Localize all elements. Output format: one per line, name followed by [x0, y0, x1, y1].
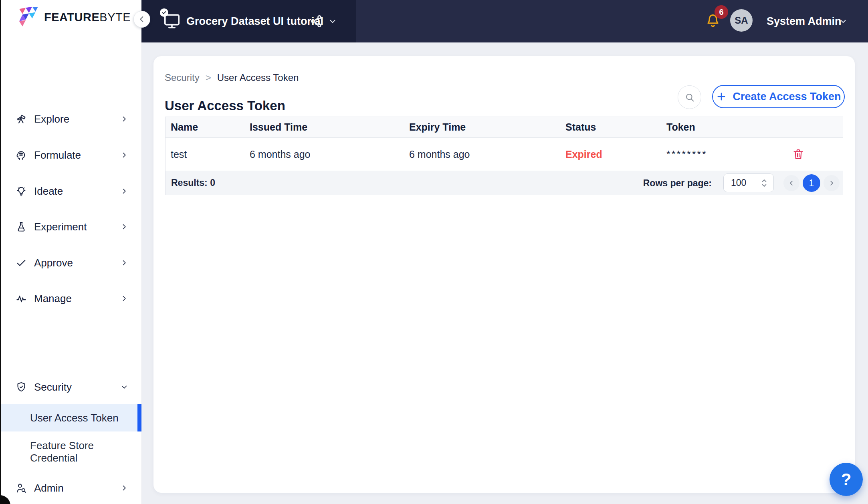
- flask-icon: [15, 221, 27, 233]
- sidebar-item-security[interactable]: Security: [0, 373, 141, 401]
- sidebar-subitem-label: User Access Token: [30, 412, 119, 424]
- mind-gear-icon: [15, 149, 27, 161]
- lightbulb-icon: [15, 185, 27, 197]
- app-root: FEATUREBYTE Explore: [0, 0, 868, 504]
- check-icon: [15, 257, 27, 269]
- sidebar-item-label: Ideate: [34, 185, 63, 198]
- featurebyte-logo[interactable]: FEATUREBYTE: [18, 7, 131, 27]
- rows-per-page-select[interactable]: 100: [723, 173, 774, 192]
- search-button[interactable]: [678, 85, 701, 109]
- notification-count-badge: 6: [715, 5, 728, 19]
- chevron-right-icon: [828, 179, 835, 187]
- column-header-issued-time: Issued Time: [250, 121, 409, 133]
- plus-icon: [716, 91, 727, 102]
- sidebar-item-label: Security: [34, 381, 72, 393]
- chevron-right-icon: [120, 151, 128, 159]
- main-content-card: Security > User Access Token User Access…: [153, 56, 855, 493]
- sidebar-item-experiment[interactable]: Experiment: [0, 209, 141, 245]
- cell-issued-time: 6 months ago: [250, 149, 409, 160]
- select-spinner-icon: [759, 177, 769, 189]
- sidebar-item-label: Explore: [34, 113, 69, 125]
- active-indicator-bar: [137, 404, 141, 431]
- delete-token-button[interactable]: [792, 147, 805, 161]
- column-header-token: Token: [666, 121, 778, 133]
- featurebyte-logo-text: FEATUREBYTE: [44, 11, 131, 24]
- sidebar-item-explore[interactable]: Explore: [0, 101, 141, 137]
- telescope-icon: [15, 113, 27, 125]
- project-selector[interactable]: Grocery Dataset UI tutorial: [141, 0, 356, 42]
- chevron-down-icon[interactable]: [839, 17, 848, 26]
- results-count: Results: 0: [166, 177, 215, 188]
- chevron-left-icon: [137, 15, 146, 24]
- chevron-down-icon[interactable]: [328, 17, 337, 26]
- chevron-right-icon: [120, 187, 128, 195]
- pagination-current-page[interactable]: 1: [803, 174, 820, 192]
- breadcrumb-parent[interactable]: Security: [165, 72, 200, 83]
- cell-name: test: [166, 149, 250, 160]
- user-search-icon: [15, 482, 27, 494]
- chevron-down-icon: [120, 383, 128, 391]
- chevron-left-icon: [788, 179, 795, 187]
- pagination-next-button[interactable]: [824, 175, 840, 191]
- share-icon[interactable]: [309, 14, 323, 28]
- screen-edge-artifact: [0, 0, 1, 504]
- breadcrumb: Security > User Access Token: [165, 72, 299, 83]
- sidebar-subitem-feature-store-credential[interactable]: Feature Store Credential: [0, 435, 141, 469]
- sidebar-item-label: Admin: [34, 482, 64, 494]
- sidebar-item-ideate[interactable]: Ideate: [0, 173, 141, 209]
- help-button[interactable]: ?: [830, 463, 863, 496]
- chevron-right-icon: [120, 259, 128, 267]
- sidebar-item-label: Manage: [34, 292, 72, 305]
- status-badge: Expired: [565, 149, 602, 160]
- sidebar-subitem-label: Feature Store Credential: [30, 439, 110, 464]
- project-check-badge-icon: [160, 8, 168, 17]
- page-title: User Access Token: [165, 98, 285, 113]
- column-header-actions: [778, 117, 843, 137]
- access-token-table: Name Issued Time Expiry Time Status Toke…: [165, 117, 843, 195]
- sidebar-divider: [0, 370, 141, 370]
- cell-actions: [778, 138, 843, 171]
- chevron-right-icon: [120, 115, 128, 123]
- sidebar-item-admin[interactable]: Admin: [0, 474, 141, 502]
- sidebar-item-manage[interactable]: Manage: [0, 280, 141, 317]
- user-menu-name[interactable]: System Admin: [767, 15, 842, 28]
- create-access-token-label: Create Access Token: [733, 91, 841, 103]
- column-header-expiry-time: Expiry Time: [409, 121, 565, 133]
- column-header-name: Name: [166, 121, 250, 133]
- rows-per-page-value: 100: [724, 177, 746, 188]
- table-header-row: Name Issued Time Expiry Time Status Toke…: [166, 117, 843, 138]
- trash-icon: [792, 147, 805, 161]
- monitor-icon: [162, 11, 182, 30]
- sidebar-item-label: Formulate: [34, 149, 81, 161]
- shield-check-icon: [15, 381, 27, 393]
- breadcrumb-current: User Access Token: [217, 72, 299, 83]
- sidebar-subitem-user-access-token[interactable]: User Access Token: [0, 404, 141, 431]
- sidebar: FEATUREBYTE Explore: [0, 0, 142, 504]
- search-icon: [684, 92, 695, 103]
- cell-expiry-time: 6 months ago: [409, 149, 565, 160]
- sidebar-item-label: Approve: [34, 257, 73, 269]
- sidebar-item-approve[interactable]: Approve: [0, 245, 141, 281]
- featurebyte-logo-icon: [18, 7, 40, 27]
- create-access-token-button[interactable]: Create Access Token: [712, 85, 845, 108]
- logo-text-light: BYTE: [99, 11, 131, 24]
- sidebar-collapse-button[interactable]: [133, 11, 150, 28]
- topbar: Grocery Dataset UI tutorial 6 SA System …: [141, 0, 868, 42]
- sidebar-item-formulate[interactable]: Formulate: [0, 137, 141, 173]
- cell-token-masked: ********: [666, 149, 707, 160]
- column-header-status: Status: [565, 121, 666, 133]
- avatar[interactable]: SA: [730, 9, 753, 32]
- chevron-right-icon: [120, 294, 128, 302]
- pagination-prev-button[interactable]: [783, 175, 799, 191]
- rows-per-page-label: Rows per page:: [643, 177, 712, 188]
- pulse-icon: [15, 292, 27, 304]
- sidebar-item-label: Experiment: [34, 221, 87, 233]
- table-footer: Results: 0 Rows per page: 100 1: [166, 171, 843, 195]
- logo-text-bold: FEATURE: [44, 11, 99, 24]
- table-row: test 6 months ago 6 months ago Expired *…: [166, 138, 843, 171]
- chevron-right-icon: [120, 223, 128, 231]
- breadcrumb-separator: >: [206, 72, 211, 83]
- chevron-right-icon: [120, 484, 128, 492]
- project-title: Grocery Dataset UI tutorial: [186, 15, 323, 28]
